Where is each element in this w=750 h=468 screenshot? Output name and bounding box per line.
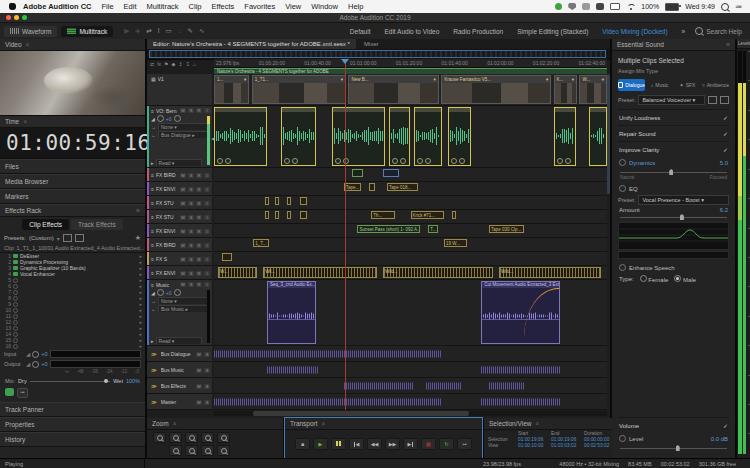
music-clip[interactable]: Seq_3_cnd Audio Ex...▾ (267, 281, 316, 344)
clip-stretch-icon[interactable] (284, 158, 290, 164)
clip-gain-icon[interactable] (425, 158, 431, 164)
clip-fx-icon[interactable]: ▾ (341, 77, 343, 82)
section-markers[interactable]: Markers (0, 189, 145, 204)
status-icon[interactable] (582, 3, 590, 10)
track-lane-fx-s[interactable] (214, 252, 607, 266)
dialogue-clip[interactable] (214, 107, 267, 166)
track-monitor-button[interactable]: I (204, 201, 210, 206)
video-track-lane[interactable]: 1...▾1_T1...▾New B...▾Krause Fantastico … (214, 74, 607, 106)
bus-lane-master[interactable] (214, 394, 607, 410)
track-name[interactable]: VO: Bern (156, 108, 178, 114)
track-solo-button[interactable]: S (188, 257, 194, 262)
time-panel-header[interactable]: Time× (0, 116, 145, 128)
track-mute-button[interactable]: M (196, 368, 202, 373)
track-solo-button[interactable]: S (188, 229, 194, 234)
effect-power-icon[interactable] (13, 254, 18, 258)
track-header-fx-s[interactable]: ≡FX SMSRI (147, 252, 212, 266)
amount-value[interactable]: 6.2 (720, 207, 728, 213)
fx-clip[interactable]: Wil... (263, 267, 377, 278)
dynamics-value[interactable]: 5.0 (720, 160, 728, 166)
fx-clip[interactable] (383, 169, 399, 177)
track-mute-button[interactable]: M (180, 215, 186, 220)
track-name[interactable]: FX ENVI (156, 186, 178, 192)
menu-favorites[interactable]: Favorites (244, 2, 275, 11)
editor-toolbar-icon-5[interactable]: ↧ (186, 61, 190, 67)
zoom-panel-header[interactable]: Zoom× (147, 418, 283, 430)
zoom-to-in-point-button[interactable] (169, 445, 182, 456)
fx-clip[interactable] (287, 211, 292, 219)
bus-name[interactable]: Master (161, 399, 194, 405)
volume-knob[interactable] (157, 289, 164, 296)
preset-dropdown-icon[interactable]: ▾ (57, 235, 60, 242)
panel-close-icon[interactable]: × (26, 41, 30, 48)
clip-gain-icon[interactable] (225, 158, 231, 164)
track-mute-button[interactable]: M (180, 187, 186, 192)
track-name[interactable]: FX S (156, 256, 178, 262)
sv-end-value[interactable]: 01:00:19:06 (551, 437, 584, 442)
eq-power-toggle[interactable] (619, 185, 626, 192)
track-solo-button[interactable]: S (204, 400, 210, 405)
panel-close-icon[interactable]: × (23, 118, 27, 125)
rewind-button[interactable]: ◀◀ (367, 438, 382, 450)
play-button[interactable]: ▶ (313, 438, 328, 450)
track-header-vo-bern[interactable]: ≡VO: BernMSRI◢+0→None ▾←Bus Dialogue ▸▸R… (147, 106, 212, 168)
track-lane-fx-stu[interactable]: Th...Krick #71... (214, 210, 607, 224)
track-lane-fx-envi[interactable]: Sunset Pass (short) 1- 092 A...T...Tape … (214, 224, 607, 238)
fx-clip[interactable]: Wild... (383, 267, 493, 278)
clip-gain-icon[interactable] (565, 158, 571, 164)
track-name[interactable]: FX BIRD (156, 172, 178, 178)
level-slider[interactable] (620, 448, 727, 449)
track-mute-button[interactable]: M (196, 384, 202, 389)
track-arm-button[interactable]: R (196, 229, 202, 234)
apple-menu-icon[interactable] (9, 3, 16, 10)
male-radio[interactable]: Male (674, 275, 696, 283)
effect-power-icon[interactable] (13, 290, 18, 295)
playhead-line[interactable] (345, 59, 346, 410)
essential-sound-header[interactable]: Essential Sound≡ (612, 39, 735, 51)
track-arm-button[interactable]: R (196, 187, 202, 192)
section-properties[interactable]: Properties (0, 417, 145, 432)
track-arm-button[interactable]: R (196, 215, 202, 220)
female-radio[interactable]: Female (640, 275, 669, 283)
dialogue-clip[interactable] (589, 107, 607, 166)
workspace-simple-editing-stacked[interactable]: Simple Editing (Stacked) (517, 28, 588, 35)
panel-menu-icon[interactable]: ≡ (136, 207, 140, 214)
rack-list-toggle[interactable]: ≔ (17, 388, 28, 398)
video-panel-header[interactable]: Video× (0, 39, 145, 51)
track-arm-button[interactable]: R (196, 257, 202, 262)
track-solo-button[interactable]: S (188, 243, 194, 248)
track-solo-button[interactable]: S (188, 173, 194, 178)
track-mute-button[interactable]: M (196, 352, 202, 357)
zoom-in-time-button[interactable] (185, 432, 198, 443)
menu-clip[interactable]: Clip (189, 2, 202, 11)
editor-toolbar-icon-3[interactable]: ◆ (172, 61, 176, 67)
spotlight-icon[interactable] (721, 3, 729, 11)
dialogue-clip[interactable] (281, 107, 316, 166)
track-mute-button[interactable]: M (180, 201, 186, 206)
tool-icon-0[interactable]: ▶ (124, 27, 129, 35)
time-display[interactable]: 01:00:59:16 (0, 128, 145, 159)
pause-button[interactable] (331, 438, 346, 450)
check-improve-clarity[interactable]: Improve Clarity✓ (618, 141, 729, 157)
track-output-select[interactable]: Bus Dialogue ▸ (158, 131, 210, 139)
skip-selection-button[interactable]: ↦ (457, 438, 472, 450)
track-mute-button[interactable]: M (180, 282, 186, 287)
search-help[interactable]: Search Help (695, 27, 750, 35)
track-lane-fx-bird[interactable]: 1_T...19 W... (214, 238, 607, 252)
volume-knob[interactable] (157, 115, 164, 122)
playhead-marker[interactable] (341, 59, 349, 68)
sv-start-value[interactable]: 01:00:19:06 (518, 437, 551, 442)
track-header-fx-envi[interactable]: ≡FX ENVIMSRI (147, 182, 212, 196)
track-monitor-button[interactable]: I (204, 215, 210, 220)
bus-name[interactable]: Bus Effects (161, 383, 194, 389)
track-lane-music[interactable]: Seq_3_cnd Audio Ex...▾Cut Movement Audio… (214, 280, 607, 346)
tool-icon-1[interactable]: ◈ (135, 27, 140, 35)
tool-icon-6[interactable]: ✎ (187, 27, 192, 35)
video-clip[interactable]: K...▾ (554, 75, 578, 104)
dynamics-power-toggle[interactable] (619, 159, 626, 166)
track-monitor-button[interactable]: I (204, 108, 210, 113)
track-header-music[interactable]: ≡MusicMSRI◢+0→None ▾←Bus Music ▸▸Read ▾ (147, 280, 212, 346)
effect-power-icon[interactable] (13, 314, 18, 319)
track-header-fx-bird[interactable]: ≡FX BIRDMSRI (147, 168, 212, 182)
dynamics-label[interactable]: Dynamics (629, 160, 717, 166)
